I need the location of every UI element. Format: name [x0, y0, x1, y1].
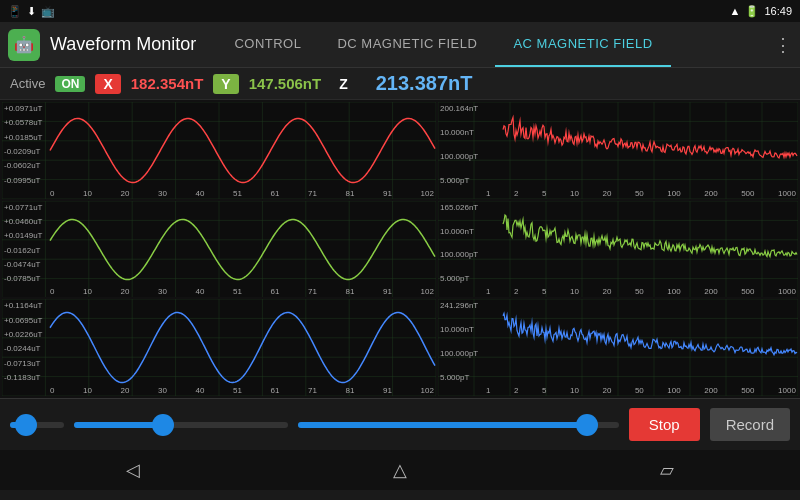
status-bar: 📱 ⬇ 📺 ▲ 🔋 16:49 [0, 0, 800, 22]
chart-x-right: 200.164nT 10.000nT 100.000pT 5.000pT 125… [438, 102, 798, 199]
chart-y-left: +0.0771uT +0.0460uT +0.0149uT -0.0162uT … [2, 201, 436, 298]
z-axis-badge: Z [331, 74, 356, 94]
on-badge: ON [55, 76, 85, 92]
nav-bar: ◁ △ ▱ [0, 450, 800, 490]
slider-3-thumb[interactable] [576, 414, 598, 436]
tab-control[interactable]: CONTROL [216, 22, 319, 67]
slider-1-track[interactable] [10, 422, 64, 428]
battery-icon: 🔋 [745, 5, 759, 18]
recent-button[interactable]: ▱ [660, 459, 674, 481]
home-button[interactable]: △ [393, 459, 407, 481]
main-charts: +0.0971uT +0.0578uT +0.0185uT -0.0209uT … [0, 100, 800, 398]
stop-button[interactable]: Stop [629, 408, 700, 441]
active-bar: Active ON X 182.354nT Y 147.506nT Z 213.… [0, 68, 800, 100]
active-label: Active [10, 76, 45, 91]
app-logo: 🤖 [8, 29, 40, 61]
tab-ac[interactable]: AC MAGNETIC FIELD [495, 22, 670, 67]
more-menu-icon[interactable]: ⋮ [774, 34, 792, 56]
y-axis-badge: Y [213, 74, 238, 94]
right-charts: 200.164nT 10.000nT 100.000pT 5.000pT 125… [438, 102, 798, 396]
slider-2-fill [74, 422, 164, 428]
tabs-container: CONTROL DC MAGNETIC FIELD AC MAGNETIC FI… [216, 22, 774, 67]
bottom-controls: Stop Record [0, 398, 800, 450]
icon2: ⬇ [27, 5, 36, 18]
x-axis-value: 182.354nT [131, 75, 204, 92]
slider-3-fill [298, 422, 587, 428]
chart-z-right: 241.296nT 10.000nT 100.000pT 5.000pT 125… [438, 299, 798, 396]
chart-x-left: +0.0971uT +0.0578uT +0.0185uT -0.0209uT … [2, 102, 436, 199]
app-title: Waveform Monitor [50, 34, 196, 55]
slider-3-track[interactable] [298, 422, 619, 428]
time-display: 16:49 [764, 5, 792, 17]
record-button[interactable]: Record [710, 408, 790, 441]
y-axis-value: 147.506nT [249, 75, 322, 92]
slider-2-track[interactable] [74, 422, 288, 428]
chart-z-left: +0.1164uT +0.0695uT +0.0226uT -0.0244uT … [2, 299, 436, 396]
x-axis-badge: X [95, 74, 120, 94]
icon1: 📱 [8, 5, 22, 18]
z-axis-value: 213.387nT [376, 72, 473, 95]
icon3: 📺 [41, 5, 55, 18]
back-button[interactable]: ◁ [126, 459, 140, 481]
chart-y-right: 165.026nT 10.000nT 100.000pT 5.000pT 125… [438, 201, 798, 298]
slider-1-thumb[interactable] [15, 414, 37, 436]
wifi-icon: ▲ [730, 5, 741, 17]
app-bar: 🤖 Waveform Monitor CONTROL DC MAGNETIC F… [0, 22, 800, 68]
slider-2-thumb[interactable] [152, 414, 174, 436]
status-icons-right: ▲ 🔋 16:49 [730, 5, 792, 18]
tab-dc[interactable]: DC MAGNETIC FIELD [319, 22, 495, 67]
status-icons-left: 📱 ⬇ 📺 [8, 5, 55, 18]
left-charts: +0.0971uT +0.0578uT +0.0185uT -0.0209uT … [2, 102, 436, 396]
